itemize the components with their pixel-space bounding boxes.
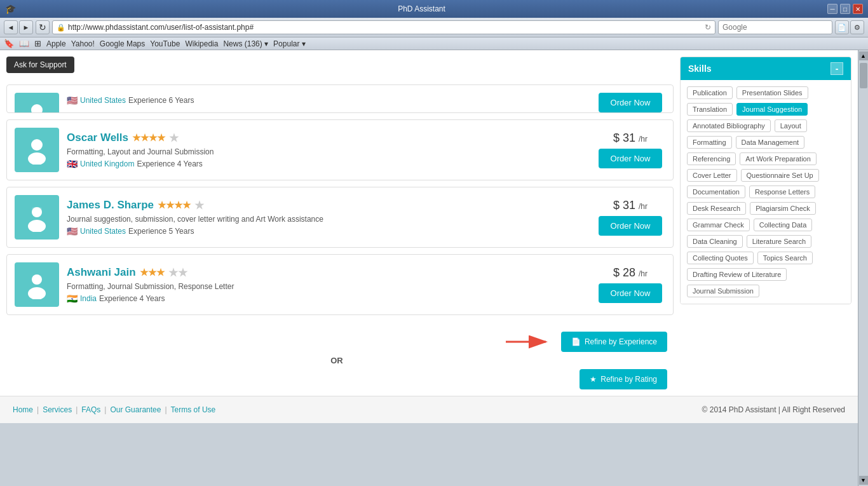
- skills-panel: Skills - PublicationPresentation SlidesT…: [680, 57, 851, 304]
- price-ashwani: $ 28 /hr: [613, 266, 648, 280]
- skill-tag[interactable]: Annotated Bibliography: [687, 119, 771, 132]
- skill-tag[interactable]: Referencing: [687, 152, 736, 165]
- bookmark-icon: 🔖: [4, 39, 14, 48]
- restore-button[interactable]: □: [840, 4, 850, 14]
- scroll-down-button[interactable]: ▼: [859, 476, 868, 485]
- arrow-container: [503, 332, 553, 351]
- apps-icon: ⊞: [34, 39, 41, 48]
- bookmark-googlemaps[interactable]: Google Maps: [100, 39, 145, 48]
- skills-collapse-button[interactable]: -: [831, 62, 843, 75]
- country-link-oscar[interactable]: United Kingdom: [80, 159, 134, 168]
- bookmark-news[interactable]: News (136) ▾: [223, 39, 268, 48]
- partial-country[interactable]: United States: [80, 96, 126, 105]
- skill-tag[interactable]: Data Management: [736, 136, 805, 149]
- assistant-desc-ashwani: Formatting, Journal Submission, Response…: [67, 282, 588, 291]
- skill-tag[interactable]: Journal Suggestion: [736, 103, 808, 116]
- partial-experience: Experience 6 Years: [128, 96, 194, 105]
- bookmark-youtube[interactable]: YouTube: [150, 39, 180, 48]
- footer-guarantee[interactable]: Our Guarantee: [110, 405, 161, 414]
- refine-rating-button[interactable]: ★ Refine by Rating: [580, 369, 667, 389]
- search-input[interactable]: [722, 23, 828, 32]
- svg-point-2: [31, 139, 43, 151]
- bookmark-wikipedia[interactable]: Wikipedia: [185, 39, 218, 48]
- assistant-name-oscar: Oscar Wells ★★★★★: [67, 132, 588, 145]
- page-footer: Home | Services | FAQs | Our Guarantee |…: [0, 396, 858, 423]
- or-label: OR: [330, 356, 343, 365]
- country-link-james[interactable]: United States: [80, 227, 126, 236]
- footer-services[interactable]: Services: [43, 405, 72, 414]
- skill-tag[interactable]: Cover Letter: [687, 169, 737, 182]
- bookmark-yahoo[interactable]: Yahoo!: [71, 39, 95, 48]
- reading-list-icon: 📖: [19, 39, 29, 48]
- refine-area: 📄 Refine by Experience OR ★ Refine by Ra…: [6, 332, 667, 389]
- support-tooltip[interactable]: Ask for Support: [6, 57, 74, 73]
- assistant-desc-oscar: Formatting, Layout and Journal Submissio…: [67, 147, 588, 156]
- bookmarks-bar: 🔖 📖 ⊞ Apple Yahoo! Google Maps YouTube W…: [0, 37, 868, 50]
- skill-tag[interactable]: Grammar Check: [687, 219, 750, 231]
- nav-buttons: ◄ ►: [4, 20, 33, 34]
- skill-tag[interactable]: Art Work Preparation: [740, 152, 817, 165]
- svg-point-8: [28, 287, 46, 299]
- price-order-oscar: $ 31 /hr Order Now: [595, 132, 665, 168]
- assistant-name-james: James D. Sharpe ★★★★★: [67, 199, 588, 212]
- assistant-name-ashwani: Ashwani Jain ★★★★★: [67, 266, 588, 280]
- skill-tag[interactable]: Drafting Review of Literature: [687, 268, 787, 281]
- forward-button[interactable]: ►: [19, 20, 33, 34]
- bookmark-apple[interactable]: Apple: [46, 39, 66, 48]
- skill-tag[interactable]: Data Cleaning: [687, 235, 743, 248]
- price-james: $ 31 /hr: [613, 199, 648, 212]
- footer-links: Home | Services | FAQs | Our Guarantee |…: [13, 405, 215, 414]
- star-icon: ★: [590, 375, 597, 384]
- titlebar: 🎓 PhD Assistant ─ □ ✕: [0, 0, 868, 18]
- skill-tag[interactable]: Presentation Slides: [736, 86, 808, 99]
- country-link-ashwani[interactable]: India: [80, 294, 97, 303]
- skill-tag[interactable]: Desk Research: [687, 202, 746, 215]
- url-input[interactable]: [68, 23, 702, 32]
- scroll-up-button[interactable]: ▲: [859, 51, 868, 60]
- skill-tag[interactable]: Formatting: [687, 136, 732, 149]
- scroll-thumb[interactable]: [860, 63, 867, 88]
- skills-body: PublicationPresentation SlidesTranslatio…: [681, 80, 851, 304]
- svg-point-0: [31, 104, 43, 114]
- window-title: PhD Assistant: [21, 4, 822, 13]
- search-bar[interactable]: [718, 20, 832, 34]
- settings-icon[interactable]: ⚙: [850, 20, 864, 34]
- skill-tag[interactable]: Journal Submission: [687, 285, 759, 297]
- svg-point-3: [28, 152, 46, 165]
- back-button[interactable]: ◄: [4, 20, 18, 34]
- avatar: [15, 128, 59, 172]
- skill-tag[interactable]: Collecting Data: [754, 219, 813, 231]
- assistant-info-james: James D. Sharpe ★★★★★ Journal suggestion…: [67, 199, 588, 236]
- refine-experience-button[interactable]: 📄 Refine by Experience: [561, 332, 667, 352]
- order-button-oscar[interactable]: Order Now: [599, 149, 662, 168]
- scroll-track: [859, 62, 868, 475]
- skill-tag[interactable]: Literature Search: [747, 235, 811, 248]
- page-icon[interactable]: 📄: [835, 20, 849, 34]
- price-order-ashwani: $ 28 /hr Order Now: [595, 266, 665, 303]
- skill-tag[interactable]: Documentation: [687, 186, 745, 198]
- skill-tag[interactable]: Questionnaire Set Up: [741, 169, 819, 182]
- minimize-button[interactable]: ─: [827, 4, 837, 14]
- partial-order-button[interactable]: Order Now: [599, 93, 662, 112]
- order-button-james[interactable]: Order Now: [599, 216, 662, 236]
- footer-home[interactable]: Home: [13, 405, 33, 414]
- refine-experience-row: 📄 Refine by Experience: [503, 332, 667, 352]
- skill-tag[interactable]: Translation: [687, 103, 733, 116]
- refresh-button[interactable]: ↻: [36, 20, 50, 34]
- skill-tag[interactable]: Publication: [687, 86, 733, 99]
- skill-tag[interactable]: Topics Search: [757, 252, 813, 264]
- price-order-james: $ 31 /hr Order Now: [595, 199, 665, 236]
- bookmark-popular[interactable]: Popular ▾: [273, 39, 306, 48]
- skill-tag[interactable]: Collecting Quotes: [687, 252, 754, 264]
- footer-faqs[interactable]: FAQs: [81, 405, 100, 414]
- address-bar[interactable]: 🔒 ↻: [52, 20, 715, 34]
- footer-terms[interactable]: Terms of Use: [171, 405, 216, 414]
- skills-header: Skills -: [681, 57, 851, 80]
- skill-tag[interactable]: Response Letters: [749, 186, 815, 198]
- skill-tag[interactable]: Layout: [775, 119, 807, 132]
- close-button[interactable]: ✕: [853, 4, 863, 14]
- scrollbar[interactable]: ▲ ▼: [858, 50, 868, 486]
- assistant-desc-james: Journal suggestion, submission, cover le…: [67, 215, 588, 224]
- skill-tag[interactable]: Plagiarsim Check: [750, 202, 816, 215]
- order-button-ashwani[interactable]: Order Now: [599, 283, 662, 303]
